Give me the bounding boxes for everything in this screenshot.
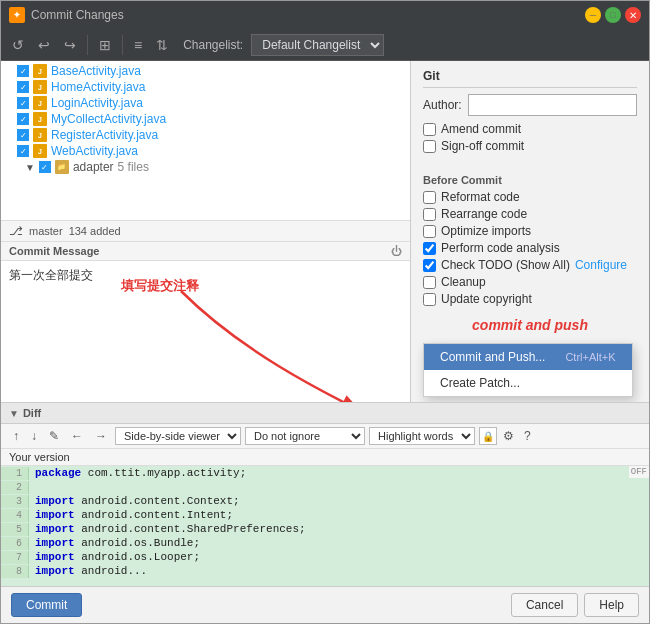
perform-analysis-checkbox[interactable] xyxy=(423,242,436,255)
diff-down-button[interactable]: ↓ xyxy=(27,427,41,445)
optimize-imports-label: Optimize imports xyxy=(441,224,531,238)
java-icon-login: J xyxy=(33,96,47,110)
commit-push-shortcut: Ctrl+Alt+K xyxy=(565,351,615,363)
reformat-code-row: Reformat code xyxy=(423,190,637,204)
update-copyright-label: Update copyright xyxy=(441,292,532,306)
commit-message-input[interactable]: 第一次全部提交 xyxy=(1,261,410,402)
amend-commit-row: Amend commit xyxy=(423,122,637,136)
file-checkbox-register[interactable]: ✓ xyxy=(17,129,29,141)
file-item-base[interactable]: ✓ J BaseActivity.java xyxy=(1,63,410,79)
configure-link[interactable]: Configure xyxy=(575,258,627,272)
diff-up-button[interactable]: ↑ xyxy=(9,427,23,445)
folder-icon-adapter: 📁 xyxy=(55,160,69,174)
undo-button[interactable]: ↩ xyxy=(33,34,55,56)
expand-icon[interactable]: ⏻ xyxy=(391,245,402,257)
update-copyright-checkbox[interactable] xyxy=(423,293,436,306)
commit-button[interactable]: Commit xyxy=(11,593,82,617)
file-name-mycollect: MyCollectActivity.java xyxy=(51,112,166,126)
right-panel: Git Author: Amend commit Sign-off commit… xyxy=(411,61,649,402)
folder-arrow: ▼ xyxy=(25,162,35,173)
file-item-login[interactable]: ✓ J LoginActivity.java xyxy=(1,95,410,111)
diff-line-5: 5 import android.content.SharedPreferenc… xyxy=(1,522,649,536)
lock-icon[interactable]: 🔒 xyxy=(479,427,497,445)
changelist-select[interactable]: Default Changelist xyxy=(251,34,384,56)
cancel-button[interactable]: Cancel xyxy=(511,593,578,617)
file-name-login: LoginActivity.java xyxy=(51,96,143,110)
cleanup-checkbox[interactable] xyxy=(423,276,436,289)
ignore-select[interactable]: Do not ignore Ignore whitespace xyxy=(245,427,365,445)
file-checkbox-home[interactable]: ✓ xyxy=(17,81,29,93)
author-input[interactable] xyxy=(468,94,637,116)
git-panel-title: Git xyxy=(423,69,637,88)
commit-message-title: Commit Message xyxy=(9,245,99,257)
commit-message-section: Commit Message ⏻ 第一次全部提交 填写提交注释 xyxy=(1,242,410,402)
context-menu-create-patch[interactable]: Create Patch... xyxy=(424,370,632,396)
toolbar: ↺ ↩ ↪ ⊞ ≡ ⇅ Changelist: Default Changeli… xyxy=(1,29,649,61)
changelist-label: Changelist: xyxy=(183,38,243,52)
commit-message-container: 第一次全部提交 填写提交注释 xyxy=(1,261,410,402)
diff-toolbar: ↑ ↓ ✎ ← → Side-by-side viewer Unified vi… xyxy=(1,424,649,449)
update-copyright-row: Update copyright xyxy=(423,292,637,306)
left-panel: ✓ J BaseActivity.java ✓ J HomeActivity.j… xyxy=(1,61,411,402)
file-checkbox-web[interactable]: ✓ xyxy=(17,145,29,157)
check-todo-checkbox[interactable] xyxy=(423,259,436,272)
git-author-section: Author: Amend commit Sign-off commit xyxy=(423,94,637,156)
optimize-imports-checkbox[interactable] xyxy=(423,225,436,238)
gear-button[interactable]: ⚙ xyxy=(501,427,516,445)
maximize-button[interactable]: □ xyxy=(605,7,621,23)
diff-line-3: 3 import android.content.Context; xyxy=(1,494,649,508)
before-commit-section: Before Commit Reformat code Rearrange co… xyxy=(423,174,637,309)
reformat-code-checkbox[interactable] xyxy=(423,191,436,204)
commit-push-annotation: commit and push xyxy=(423,317,637,333)
diff-edit-button[interactable]: ✎ xyxy=(45,427,63,445)
highlight-select[interactable]: Highlight words Highlight chars xyxy=(369,427,475,445)
diff-content: OFF 1 package com.ttit.myapp.activity; 2… xyxy=(1,466,649,586)
diff-line-2: 2 xyxy=(1,480,649,494)
commit-push-label: Commit and Push... xyxy=(440,350,545,364)
amend-commit-label: Amend commit xyxy=(441,122,521,136)
rearrange-code-row: Rearrange code xyxy=(423,207,637,221)
java-icon-base: J xyxy=(33,64,47,78)
file-item-home[interactable]: ✓ J HomeActivity.java xyxy=(1,79,410,95)
diff-header: ▼ Diff xyxy=(1,403,649,424)
reformat-code-label: Reformat code xyxy=(441,190,520,204)
diff-line-1: 1 package com.ttit.myapp.activity; xyxy=(1,466,649,480)
diff-collapse-arrow[interactable]: ▼ xyxy=(9,408,19,419)
file-item-web[interactable]: ✓ J WebActivity.java xyxy=(1,143,410,159)
branch-name: master xyxy=(29,225,63,237)
file-name-register: RegisterActivity.java xyxy=(51,128,158,142)
context-menu-commit-push[interactable]: Commit and Push... Ctrl+Alt+K xyxy=(424,344,632,370)
diff-title: Diff xyxy=(23,407,41,419)
help-button[interactable]: Help xyxy=(584,593,639,617)
file-checkbox-base[interactable]: ✓ xyxy=(17,65,29,77)
sort-button[interactable]: ≡ xyxy=(129,34,147,56)
signoff-commit-checkbox[interactable] xyxy=(423,140,436,153)
redo-button[interactable]: ↪ xyxy=(59,34,81,56)
file-item-register[interactable]: ✓ J RegisterActivity.java xyxy=(1,127,410,143)
folder-checkbox-adapter[interactable]: ✓ xyxy=(39,161,51,173)
amend-commit-checkbox[interactable] xyxy=(423,123,436,136)
create-patch-label: Create Patch... xyxy=(440,376,520,390)
window-title: Commit Changes xyxy=(31,8,585,22)
perform-analysis-label: Perform code analysis xyxy=(441,241,560,255)
group-button[interactable]: ⊞ xyxy=(94,34,116,56)
refresh-button[interactable]: ↺ xyxy=(7,34,29,56)
diff-forward-button[interactable]: → xyxy=(91,427,111,445)
file-checkbox-login[interactable]: ✓ xyxy=(17,97,29,109)
rearrange-code-checkbox[interactable] xyxy=(423,208,436,221)
minimize-button[interactable]: ─ xyxy=(585,7,601,23)
java-icon-home: J xyxy=(33,80,47,94)
help-diff-button[interactable]: ? xyxy=(520,427,535,445)
check-todo-label: Check TODO (Show All) xyxy=(441,258,570,272)
separator-1 xyxy=(87,35,88,55)
diff-back-button[interactable]: ← xyxy=(67,427,87,445)
file-item-mycollect[interactable]: ✓ J MyCollectActivity.java xyxy=(1,111,410,127)
sort2-button[interactable]: ⇅ xyxy=(151,34,173,56)
title-bar: ✦ Commit Changes ─ □ ✕ xyxy=(1,1,649,29)
file-checkbox-mycollect[interactable]: ✓ xyxy=(17,113,29,125)
viewer-select[interactable]: Side-by-side viewer Unified viewer xyxy=(115,427,241,445)
context-menu: Commit and Push... Ctrl+Alt+K Create Pat… xyxy=(423,343,633,397)
folder-item-adapter[interactable]: ▼ ✓ 📁 adapter 5 files xyxy=(1,159,410,175)
close-button[interactable]: ✕ xyxy=(625,7,641,23)
window-controls: ─ □ ✕ xyxy=(585,7,641,23)
